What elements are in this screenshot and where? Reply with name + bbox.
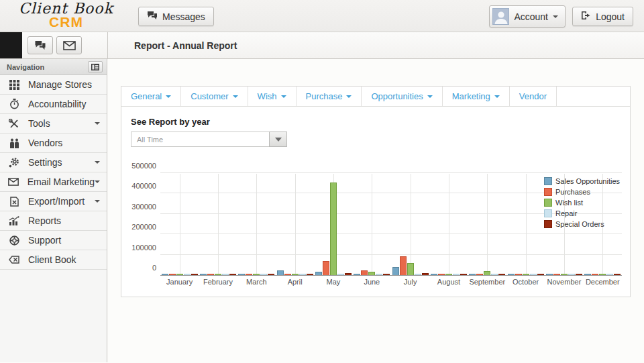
bar-sales-opportunities [200, 274, 207, 275]
sidebar-item-label: Support [28, 235, 100, 246]
bar-special-orders [307, 274, 313, 275]
bar-purchases [169, 274, 176, 275]
sidebar-item-manage-stores[interactable]: Manage Stores [0, 75, 107, 95]
chart-month-column [391, 174, 429, 275]
tab-purchase[interactable]: Purchase [297, 87, 362, 106]
sidebar-item-email-marketing[interactable]: Email Marketing [0, 172, 107, 192]
avatar [492, 8, 509, 25]
legend-label: Special Orders [555, 220, 604, 228]
x-axis-label: March [237, 278, 276, 290]
y-tick-label: 400000 [131, 182, 156, 190]
sidebar-collapse-button[interactable] [88, 61, 103, 72]
bar-sales-opportunities [277, 270, 284, 275]
bar-wish-list [176, 274, 183, 275]
bar-repair [491, 274, 498, 275]
file-export-icon [8, 197, 20, 207]
sidebar-item-accountability[interactable]: Accountability [0, 95, 107, 114]
tab-wish[interactable]: Wish [248, 87, 297, 106]
bar-special-orders [229, 274, 236, 275]
bar-group-november [546, 274, 582, 275]
toolbar: Report - Annual Report [0, 32, 644, 59]
sidebar-item-settings[interactable]: Settings [0, 153, 107, 172]
top-header: Client Book CRM Messages Account Logout [0, 0, 644, 32]
backspace-icon [8, 256, 20, 264]
bar-purchases [323, 261, 329, 275]
legend-swatch [544, 199, 552, 207]
vertical-gridline [218, 174, 219, 275]
tab-label: Opportunities [371, 91, 423, 101]
legend-item: Special Orders [544, 220, 620, 228]
tab-marketing[interactable]: Marketing [443, 87, 510, 106]
bar-sales-opportunities [584, 274, 591, 275]
bar-group-january [162, 274, 198, 275]
sidebar-item-label: Tools [28, 118, 95, 129]
tab-vendor[interactable]: Vendor [510, 87, 557, 106]
chevron-down-icon [281, 95, 286, 98]
sidebar-item-reports[interactable]: Reports [0, 211, 107, 231]
sidebar-item-tools[interactable]: Tools [0, 114, 107, 134]
sidebar-item-vendors[interactable]: Vendors [0, 134, 107, 153]
report-panel: GeneralCustomerWishPurchaseOpportunities… [121, 86, 631, 297]
sidebar-item-export-import[interactable]: Export/Import [0, 192, 107, 211]
chart-month-column [468, 174, 506, 275]
bar-special-orders [191, 274, 198, 275]
annual-report-chart: 0100000200000300000400000500000 Sales Op… [129, 163, 622, 290]
vertical-gridline [487, 174, 488, 275]
vertical-gridline [295, 174, 296, 275]
sidebar-item-client-book[interactable]: Client Book [0, 250, 107, 270]
gear-icon [8, 157, 20, 168]
messages-button[interactable]: Messages [138, 7, 214, 26]
main-content: GeneralCustomerWishPurchaseOpportunities… [107, 59, 644, 362]
x-axis-label: August [429, 278, 468, 290]
sidebar-title: Navigation [7, 63, 44, 71]
legend-swatch [544, 188, 552, 196]
legend-swatch [544, 177, 552, 185]
grid-icon [8, 80, 20, 90]
account-button[interactable]: Account [489, 5, 566, 28]
sidebar-item-label: Accountability [28, 99, 100, 109]
chevron-down-icon [166, 95, 171, 98]
vertical-gridline [372, 174, 372, 275]
bar-special-orders [498, 274, 505, 275]
chat-icon [147, 11, 158, 22]
y-tick-label: 200000 [131, 223, 156, 231]
x-axis-label: April [276, 278, 314, 290]
filter-label: See Report by year [131, 117, 622, 127]
chevron-down-icon [95, 180, 100, 183]
vertical-gridline [256, 174, 257, 275]
y-tick-label: 500000 [131, 162, 156, 170]
year-select-button[interactable] [269, 132, 287, 147]
logout-button[interactable]: Logout [572, 7, 633, 26]
tab-customer[interactable]: Customer [181, 87, 248, 106]
x-axis-label: December [584, 278, 622, 290]
bar-wish-list [215, 274, 221, 275]
bar-group-september [469, 271, 505, 275]
envelope-toolbar-button[interactable] [56, 36, 82, 54]
bar-group-december [584, 274, 621, 275]
envelope-icon [8, 178, 19, 186]
year-select[interactable]: All Time [131, 132, 287, 147]
bar-wish-list [599, 274, 606, 275]
bar-wish-list [368, 272, 375, 275]
sidebar-item-support[interactable]: Support [0, 231, 107, 250]
bar-repair [453, 274, 460, 275]
chart-legend: Sales OpportunitiesPurchasesWish listRep… [544, 177, 620, 231]
bar-repair [260, 274, 267, 275]
sidebar-header: Navigation [0, 59, 107, 75]
bar-special-orders [345, 273, 352, 275]
chat-toolbar-button[interactable] [28, 36, 53, 54]
life-ring-icon [8, 236, 20, 246]
bar-sales-opportunities [354, 274, 360, 275]
toolbar-divider [107, 32, 108, 58]
bar-sales-opportunities [315, 272, 322, 275]
bar-special-orders [460, 274, 467, 275]
bar-sales-opportunities [546, 274, 553, 275]
bar-group-february [200, 274, 236, 275]
bar-sales-opportunities [431, 274, 437, 275]
bar-purchases [400, 256, 407, 275]
x-axis-label: July [391, 278, 429, 290]
x-axis-label: June [353, 278, 391, 290]
sidebar: Navigation Manage StoresAccountabilityTo… [0, 59, 107, 362]
tab-opportunities[interactable]: Opportunities [362, 87, 442, 106]
tab-general[interactable]: General [121, 87, 181, 106]
